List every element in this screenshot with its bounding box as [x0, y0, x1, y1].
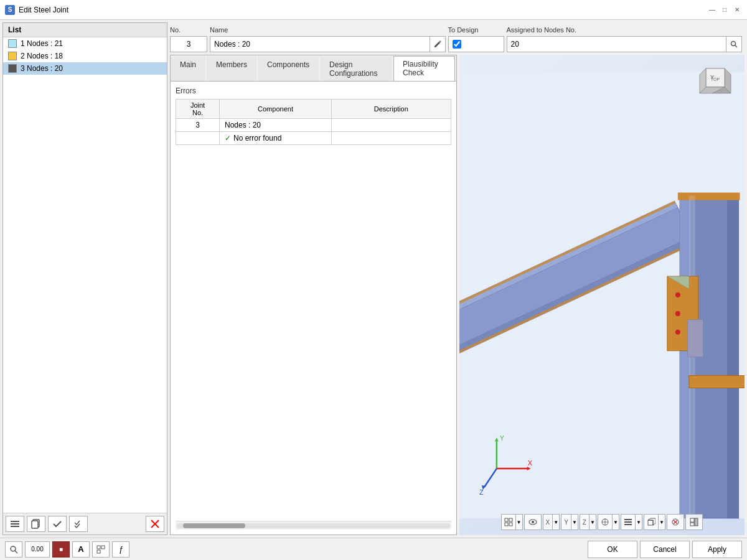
eye-button[interactable] — [524, 514, 542, 530]
status-bar: 0.00 ■ A ƒ OK Cancel Apply — [0, 538, 747, 560]
sidebar-footer — [3, 513, 167, 534]
window-controls: — □ ✕ — [707, 5, 742, 15]
sidebar-header: List — [3, 23, 167, 37]
x-axis-button[interactable]: X ▼ — [543, 514, 560, 530]
cube-button[interactable]: ▼ — [644, 514, 665, 530]
last-button[interactable] — [685, 514, 703, 530]
layers-icon[interactable] — [621, 514, 635, 530]
status-font-button[interactable]: A — [72, 541, 90, 558]
svg-rect-68 — [97, 550, 100, 553]
x-axis-arrow[interactable]: ▼ — [552, 514, 560, 530]
add-joint-button[interactable] — [6, 516, 24, 532]
no-input[interactable] — [170, 36, 207, 52]
y-axis-icon[interactable]: Y — [561, 514, 571, 530]
svg-rect-26 — [677, 193, 740, 200]
x-axis-icon[interactable]: X — [543, 514, 553, 530]
tab-members[interactable]: Members — [207, 57, 256, 81]
name-edit-button[interactable] — [430, 36, 446, 52]
to-design-label: To Design — [448, 25, 504, 35]
status-view-button[interactable] — [92, 541, 110, 558]
svg-rect-62 — [695, 518, 698, 526]
status-num-button[interactable]: 0.00 — [25, 541, 50, 558]
duplicate-button[interactable] — [27, 516, 45, 532]
3d-viewport[interactable]: Y TOP — [459, 55, 745, 535]
y-axis-arrow[interactable]: ▼ — [571, 514, 578, 530]
name-input-group — [210, 36, 446, 52]
horizontal-scrollbar[interactable] — [176, 521, 451, 530]
errors-table: JointNo. Component Description 3 Nodes :… — [176, 99, 451, 145]
svg-rect-45 — [509, 518, 512, 521]
apply-button[interactable]: Apply — [692, 541, 742, 558]
errors-table-container: JointNo. Component Description 3 Nodes :… — [176, 99, 451, 521]
app-icon: S — [5, 5, 15, 15]
sidebar-label-3: 3 Nodes : 20 — [21, 64, 63, 73]
svg-text:TOP: TOP — [711, 77, 720, 82]
status-func-button[interactable]: ƒ — [112, 541, 129, 558]
xyz-arrow[interactable]: ▼ — [612, 514, 619, 530]
to-design-checkbox[interactable] — [453, 40, 461, 49]
sidebar-list: 1 Nodes : 21 2 Nodes : 18 3 Nodes : 20 — [3, 37, 167, 513]
svg-line-65 — [15, 551, 17, 553]
layers-button[interactable]: ▼ — [621, 514, 642, 530]
status-search-button[interactable] — [5, 541, 22, 558]
y-axis-button[interactable]: Y ▼ — [561, 514, 578, 530]
sidebar-item-1[interactable]: 1 Nodes : 21 — [3, 37, 167, 50]
view-preset-button[interactable]: ▼ — [501, 514, 523, 530]
xyz-icon[interactable] — [598, 514, 612, 530]
cube-icon[interactable] — [644, 514, 658, 530]
z-axis-arrow[interactable]: ▼ — [589, 514, 596, 530]
maximize-button[interactable]: □ — [720, 5, 730, 15]
bottom-row: Main Members Components Design Configura… — [170, 55, 745, 535]
tab-main[interactable]: Main — [171, 57, 205, 81]
cube-arrow[interactable]: ▼ — [658, 514, 665, 530]
sidebar-label-1: 1 Nodes : 21 — [21, 39, 63, 48]
tab-components[interactable]: Components — [258, 57, 319, 81]
cell-component-2: ✓No error found — [220, 132, 332, 145]
svg-rect-55 — [624, 524, 632, 525]
window-title: Edit Steel Joint — [19, 6, 707, 14]
col-description: Description — [332, 100, 451, 119]
col-joint-no: JointNo. — [176, 100, 220, 119]
layers-arrow[interactable]: ▼ — [635, 514, 642, 530]
svg-text:Z: Z — [479, 488, 483, 496]
z-axis-icon[interactable]: Z — [580, 514, 589, 530]
scroll-track — [177, 523, 450, 528]
name-field-group: Name — [210, 25, 446, 52]
check-icon: ✓ — [225, 134, 231, 142]
view-preset-arrow[interactable]: ▼ — [515, 514, 523, 530]
navigation-cube[interactable]: Y TOP — [693, 62, 737, 106]
cancel-button[interactable]: Cancel — [640, 541, 690, 558]
minimize-button[interactable]: — — [707, 5, 717, 15]
delete-button[interactable] — [146, 516, 164, 532]
ok-button[interactable]: OK — [588, 541, 637, 558]
tab-plausibility[interactable]: Plausibility Check — [393, 56, 454, 81]
scroll-thumb[interactable] — [183, 523, 245, 528]
assigned-group: Assigned to Nodes No. — [507, 25, 743, 52]
view-preset-icon[interactable] — [501, 514, 515, 530]
no-error-text: No error found — [233, 134, 281, 142]
close-button[interactable]: ✕ — [732, 5, 742, 15]
assigned-label: Assigned to Nodes No. — [507, 25, 743, 35]
tabs-bar: Main Members Components Design Configura… — [171, 55, 456, 82]
status-color-button[interactable]: ■ — [52, 541, 70, 558]
to-design-group: To Design — [448, 25, 504, 52]
assigned-input[interactable] — [507, 36, 726, 52]
col-component: Component — [220, 100, 332, 119]
check-all-button[interactable] — [69, 516, 88, 532]
check-button[interactable] — [48, 516, 67, 532]
no-label: No. — [170, 25, 207, 35]
svg-rect-44 — [505, 518, 508, 521]
errors-section: Errors JointNo. Component Description — [171, 82, 456, 534]
tab-design-conf[interactable]: Design Configurations — [320, 57, 392, 81]
svg-point-29 — [675, 292, 680, 297]
assigned-pick-button[interactable] — [726, 36, 742, 52]
sidebar-item-2[interactable]: 2 Nodes : 18 — [3, 50, 167, 62]
name-input[interactable] — [210, 36, 430, 52]
sidebar-item-3[interactable]: 3 Nodes : 20 — [3, 62, 167, 75]
viewport-toolbar: ▼ X ▼ Y ▼ — [459, 514, 745, 530]
xyz-axis-button[interactable]: ▼ — [598, 514, 619, 530]
z-axis-button[interactable]: Z ▼ — [580, 514, 596, 530]
svg-rect-33 — [687, 320, 703, 357]
magnet-button[interactable] — [667, 514, 684, 530]
svg-point-31 — [675, 330, 680, 335]
